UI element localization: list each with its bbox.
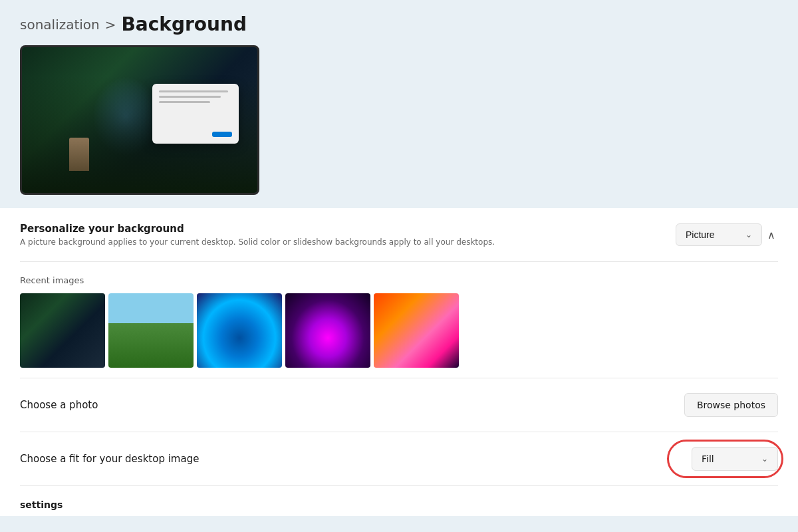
chevron-down-icon: ⌄ xyxy=(745,230,752,239)
breadcrumb-prev[interactable]: sonalization xyxy=(20,17,100,33)
bg-figure xyxy=(69,138,89,171)
personalize-heading: Personalize your background xyxy=(20,223,495,235)
fill-chevron-down-icon: ⌄ xyxy=(761,454,768,464)
personalize-description: A picture background applies to your cur… xyxy=(20,237,495,247)
choose-fit-label: Choose a fit for your desktop image xyxy=(20,453,199,465)
recent-image-3[interactable] xyxy=(197,293,282,368)
dropdown-controls: Picture ⌄ ∧ xyxy=(676,223,778,246)
preview-background xyxy=(22,47,257,193)
fill-dropdown-label: Fill xyxy=(702,454,714,464)
recent-image-5[interactable] xyxy=(374,293,459,368)
breadcrumb-area: sonalization > Background xyxy=(0,0,798,45)
picture-dropdown[interactable]: Picture ⌄ xyxy=(676,223,762,246)
dialog-line-1 xyxy=(159,90,229,92)
preview-area xyxy=(0,45,798,208)
settings-panel: Personalize your background A picture ba… xyxy=(0,208,798,516)
browse-photos-button[interactable]: Browse photos xyxy=(684,393,778,417)
recent-image-1[interactable] xyxy=(20,293,105,368)
breadcrumb: sonalization > Background xyxy=(20,13,778,35)
choose-photo-section: Choose a photo Browse photos xyxy=(20,378,778,432)
page-title: Background xyxy=(122,13,247,35)
dialog-line-3 xyxy=(159,101,210,103)
dialog-button xyxy=(212,132,232,137)
picture-dropdown-label: Picture xyxy=(686,229,715,240)
recent-images-label: Recent images xyxy=(20,275,778,285)
dialog-line-2 xyxy=(159,96,221,98)
choose-fit-section: Choose a fit for your desktop image Fill… xyxy=(20,432,778,486)
bottom-settings: settings xyxy=(20,486,778,516)
recent-images-section: Recent images xyxy=(20,262,778,378)
desktop-preview xyxy=(20,45,259,195)
personalize-text: Personalize your background A picture ba… xyxy=(20,223,495,247)
fill-dropdown[interactable]: Fill ⌄ xyxy=(692,447,778,471)
recent-image-2[interactable] xyxy=(108,293,194,368)
collapse-button[interactable]: ∧ xyxy=(765,226,778,244)
recent-image-4[interactable] xyxy=(285,293,370,368)
personalize-section: Personalize your background A picture ba… xyxy=(20,208,778,262)
bottom-settings-label: settings xyxy=(20,499,63,510)
choose-photo-label: Choose a photo xyxy=(20,399,98,411)
images-grid xyxy=(20,293,778,368)
breadcrumb-separator: > xyxy=(105,17,116,33)
preview-dialog xyxy=(152,84,239,144)
